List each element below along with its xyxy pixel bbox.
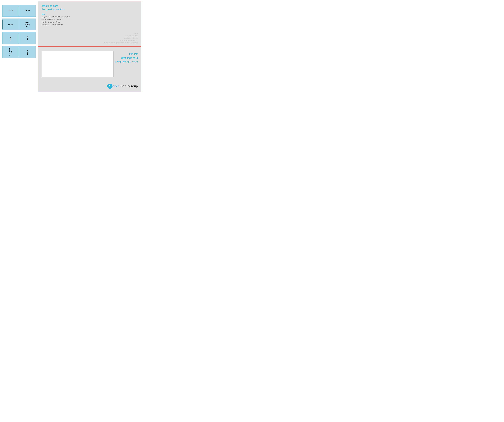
- card-row-4: BACK INSIDE TEXT FRONT: [2, 46, 36, 58]
- right-panel: greetings card the greeting section size…: [38, 1, 141, 92]
- brand-text: facemediagroup: [114, 84, 138, 88]
- top-title: greetings card the greeting section: [42, 4, 138, 11]
- bottom-half: INSIDE greetings card the greeting secti…: [38, 47, 141, 92]
- left-panel: BACK FRONT FRONT BACK INSIDE TEXT FRONT …: [0, 0, 38, 63]
- card-back-inside-vertical: BACK INSIDE TEXT: [2, 46, 19, 58]
- card-front-label: FRONT: [19, 5, 36, 17]
- card-front-vertical: FRONT: [2, 32, 19, 44]
- card-front-vertical-2: FRONT: [19, 46, 36, 58]
- card-back-vertical: BACK: [19, 32, 36, 44]
- top-half: greetings card the greeting section size…: [38, 1, 141, 47]
- artwork-note: artwork ideally a GREETING should be the…: [103, 33, 138, 44]
- brand-logo: facemediagroup: [107, 83, 138, 89]
- card-back-inside-text: BACK INSIDE TEXT: [19, 18, 36, 30]
- brand-icon: [107, 83, 113, 89]
- svg-point-1: [109, 85, 110, 86]
- inside-white-box: [42, 51, 114, 77]
- card-row-1: BACK FRONT: [2, 5, 36, 17]
- card-front-rotated: FRONT: [2, 18, 19, 30]
- size-details: A5 greetings card LANDSCAPE template can…: [42, 16, 138, 26]
- inside-text: INSIDE greetings card the greeting secti…: [115, 53, 138, 63]
- card-back-label: BACK: [2, 5, 19, 17]
- card-row-3: FRONT BACK: [2, 32, 36, 44]
- size-label: size: [42, 13, 138, 15]
- card-row-2: FRONT BACK INSIDE TEXT: [2, 18, 36, 30]
